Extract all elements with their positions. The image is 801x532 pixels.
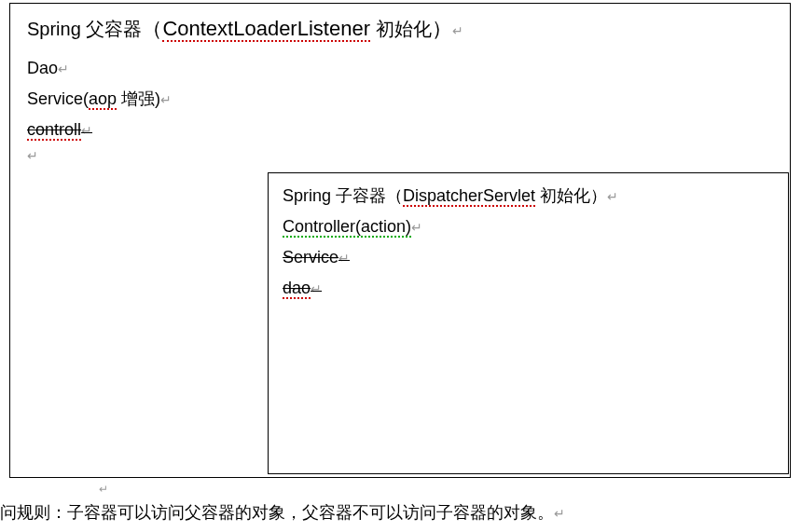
parent-title-suffix: 初始化 <box>370 19 432 39</box>
child-title-suffix: 初始化 <box>535 186 590 205</box>
parent-paren-close: ） <box>432 17 452 40</box>
carriage-icon: ↵ <box>160 92 172 107</box>
parent-item-controll: controll↵ <box>27 117 773 143</box>
child-dao-text: dao <box>283 279 311 299</box>
child-title-prefix: Spring 子容器 <box>283 186 386 205</box>
child-item-service: Service↵ <box>283 245 774 270</box>
carriage-icon: ↵ <box>338 251 350 266</box>
carriage-mark: ↵ <box>99 483 108 496</box>
parent-item-dao: Dao↵ <box>27 56 773 81</box>
child-paren-open: （ <box>386 186 403 205</box>
carriage-icon: ↵ <box>58 61 69 76</box>
parent-item-service: Service(aop 增强)↵ <box>27 87 773 112</box>
carriage-icon: ↵ <box>607 189 618 204</box>
parent-container-title: Spring 父容器（ContextLoaderListener 初始化）↵ <box>27 15 773 43</box>
carriage-icon: ↵ <box>554 506 565 521</box>
service-suffix: 增强) <box>117 89 160 108</box>
child-paren-close: ） <box>590 186 607 205</box>
parent-classname: ContextLoaderListener <box>162 17 370 42</box>
carriage-icon: ↵ <box>99 483 108 496</box>
parent-title-prefix: Spring 父容器 <box>27 19 142 39</box>
child-service-text: Service <box>283 248 338 266</box>
parent-container-box: Spring 父容器（ContextLoaderListener 初始化）↵ D… <box>9 3 791 478</box>
service-aop: aop <box>89 89 117 110</box>
controller-text: Controller(action) <box>283 217 411 238</box>
dao-text: Dao <box>27 59 58 77</box>
carriage-icon: ↵ <box>411 220 422 235</box>
child-container-box: Spring 子容器（DispatcherServlet 初始化）↵ Contr… <box>268 172 789 474</box>
parent-paren-open: （ <box>142 17 162 40</box>
carriage-icon: ↵ <box>311 281 322 296</box>
controll-text: controll <box>27 120 81 141</box>
carriage-icon: ↵ <box>452 23 463 38</box>
carriage-icon: ↵ <box>27 148 773 163</box>
service-prefix: Service( <box>27 89 89 108</box>
child-item-dao: dao↵ <box>283 276 774 301</box>
child-container-title: Spring 子容器（DispatcherServlet 初始化）↵ <box>283 184 774 207</box>
rule-text: 问规则：子容器可以访问父容器的对象，父容器不可以访问子容器的对象。 <box>0 503 554 522</box>
access-rule-text: 问规则：子容器可以访问父容器的对象，父容器不可以访问子容器的对象。↵ <box>0 501 565 524</box>
carriage-icon: ↵ <box>81 123 92 138</box>
child-classname: DispatcherServlet <box>403 186 535 207</box>
carriage-mark: ↵ <box>27 148 38 163</box>
child-item-controller: Controller(action)↵ <box>283 214 774 239</box>
